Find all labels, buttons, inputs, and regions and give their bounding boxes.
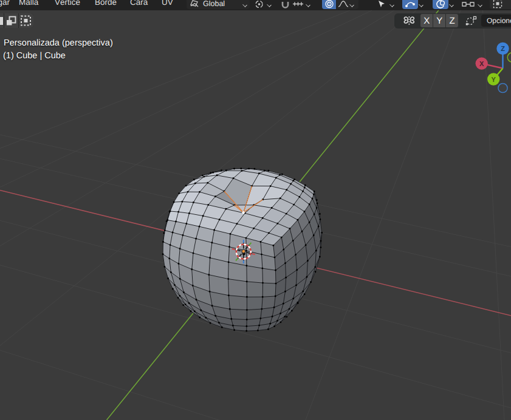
svg-text:Y: Y <box>492 76 496 83</box>
svg-text:Z: Z <box>501 45 505 52</box>
svg-text:X: X <box>479 60 484 67</box>
